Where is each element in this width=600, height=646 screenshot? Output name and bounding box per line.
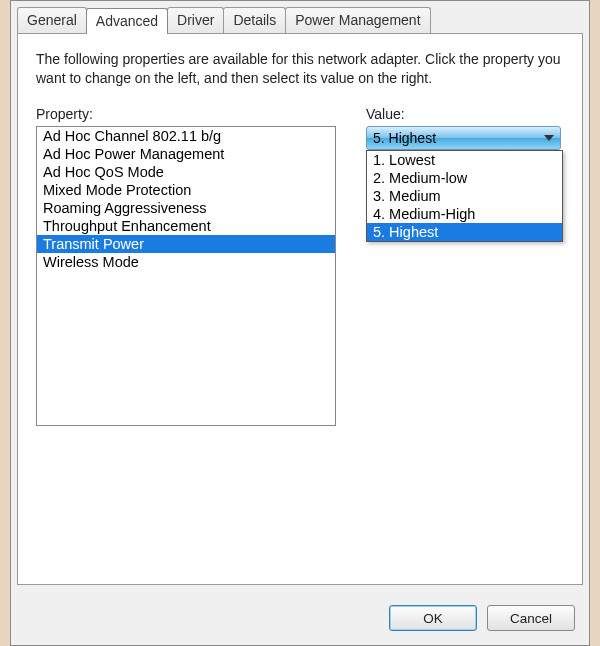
list-item[interactable]: Roaming Aggressiveness [37, 199, 335, 217]
list-item[interactable]: Ad Hoc QoS Mode [37, 163, 335, 181]
tab-power-management[interactable]: Power Management [285, 7, 430, 33]
tab-panel-advanced: The following properties are available f… [17, 33, 583, 585]
columns: Property: Ad Hoc Channel 802.11 b/gAd Ho… [36, 106, 564, 426]
value-column: Value: 5. Highest 1. Lowest2. Medium-low… [366, 106, 564, 426]
value-label: Value: [366, 106, 564, 122]
property-list[interactable]: Ad Hoc Channel 802.11 b/gAd Hoc Power Ma… [36, 126, 336, 426]
cancel-button[interactable]: Cancel [487, 605, 575, 631]
dropdown-item[interactable]: 3. Medium [367, 187, 562, 205]
value-combobox[interactable]: 5. Highest 1. Lowest2. Medium-low3. Medi… [366, 126, 561, 150]
value-combobox-text: 5. Highest [373, 130, 436, 146]
dropdown-item[interactable]: 2. Medium-low [367, 169, 562, 187]
list-item[interactable]: Ad Hoc Power Management [37, 145, 335, 163]
dropdown-item[interactable]: 4. Medium-High [367, 205, 562, 223]
tab-details[interactable]: Details [223, 7, 286, 33]
tab-bar: General Advanced Driver Details Power Ma… [17, 1, 583, 33]
dropdown-item[interactable]: 5. Highest [367, 223, 562, 241]
list-item[interactable]: Transmit Power [37, 235, 335, 253]
ok-button[interactable]: OK [389, 605, 477, 631]
list-item[interactable]: Ad Hoc Channel 802.11 b/g [37, 127, 335, 145]
property-column: Property: Ad Hoc Channel 802.11 b/gAd Ho… [36, 106, 336, 426]
tab-advanced[interactable]: Advanced [86, 8, 168, 34]
list-item[interactable]: Throughput Enhancement [37, 217, 335, 235]
tab-driver[interactable]: Driver [167, 7, 224, 33]
description-text: The following properties are available f… [36, 50, 564, 88]
properties-dialog: General Advanced Driver Details Power Ma… [10, 0, 590, 646]
list-item[interactable]: Wireless Mode [37, 253, 335, 271]
property-label: Property: [36, 106, 336, 122]
tab-general[interactable]: General [17, 7, 87, 33]
chevron-down-icon [544, 135, 554, 141]
list-item[interactable]: Mixed Mode Protection [37, 181, 335, 199]
dialog-buttons: OK Cancel [389, 605, 575, 631]
value-dropdown[interactable]: 1. Lowest2. Medium-low3. Medium4. Medium… [366, 150, 563, 242]
dropdown-item[interactable]: 1. Lowest [367, 151, 562, 169]
